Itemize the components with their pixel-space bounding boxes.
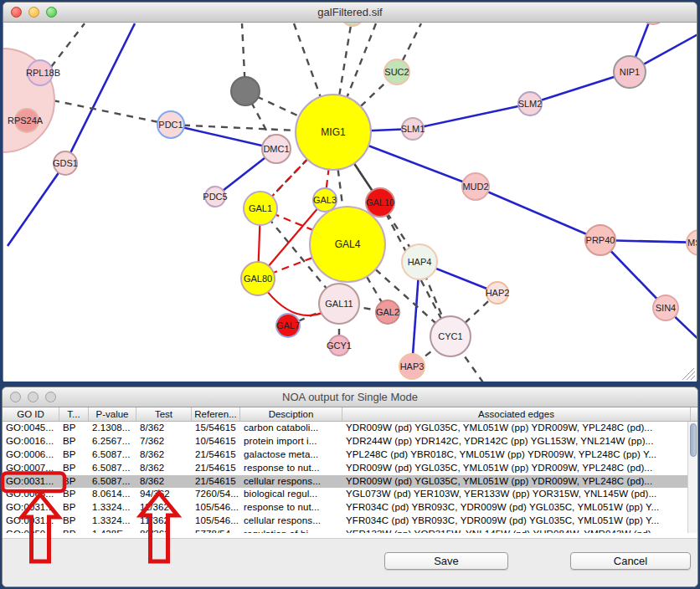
network-graph[interactable]: RPL18BRPS24AGDS1PDC1MIG1SUC2SLM1DMC1SLM2… [3, 23, 697, 382]
cell: 8/362 [136, 448, 192, 462]
node-label-nip1: NIP1 [620, 67, 640, 77]
column-header-p-value[interactable]: P-value [89, 407, 136, 421]
cell: 21/54615 [192, 462, 240, 475]
desktop: { "background_color": "#24406e", "networ… [0, 0, 700, 589]
column-header-test[interactable]: Test [136, 407, 192, 421]
cell: cellular respons... [240, 475, 342, 489]
edge[interactable] [413, 104, 530, 129]
table-row-6[interactable]: GO:0065...BP8.0614...94/3627260/54...bio… [3, 488, 697, 501]
node-label-slm2: SLM2 [518, 99, 543, 109]
node-label-gcy1: GCY1 [327, 341, 352, 351]
node-topgreen[interactable] [342, 23, 363, 26]
cell: GO:0016... [3, 435, 59, 448]
minimize-button[interactable] [28, 7, 39, 18]
node-label-gal11: GAL11 [325, 299, 353, 309]
cell: 8/362 [136, 462, 192, 475]
node-label-msi: MSI [687, 238, 697, 248]
cell: YDR009W (pd) YGL035C, YML051W (pp) YDR00… [342, 462, 691, 475]
column-header-t[interactable]: T... [59, 407, 89, 421]
cell: 21/54615 [192, 448, 240, 462]
cell: 105/546... [192, 515, 240, 528]
button-bar: Save Cancel [3, 538, 697, 586]
network-window-titlebar[interactable]: galFiltered.sif [3, 3, 697, 23]
network-window: galFiltered.sif RPL18BRPS24AGDS1PDC1MIG1… [3, 2, 697, 381]
cell: response to nut... [240, 462, 342, 475]
scrollbar-thumb[interactable] [690, 423, 697, 457]
node-label-dmc1: DMC1 [263, 144, 289, 154]
zoom-button[interactable] [45, 392, 56, 402]
cell: 10/54615 [192, 435, 240, 448]
network-canvas[interactable]: RPL18BRPS24AGDS1PDC1MIG1SUC2SLM1DMC1SLM2… [3, 23, 697, 382]
cell: BP [59, 488, 89, 501]
column-header-desciption[interactable]: Desciption [240, 407, 342, 421]
node-label-hap4: HAP4 [408, 257, 432, 267]
cell: 7/362 [136, 435, 192, 448]
noa-output-window: NOA output for Single Mode GO IDT...P-va… [2, 387, 698, 587]
node-label-mig1: MIG1 [321, 126, 346, 138]
minimize-button[interactable] [28, 392, 39, 402]
cell: GO:0065... [3, 488, 59, 501]
edge[interactable] [51, 23, 85, 67]
noa-window-titlebar[interactable]: NOA output for Single Mode [3, 387, 697, 407]
cell: YPL248C (pd) YBR018C, YML051W (pp) YDR00… [342, 448, 691, 462]
cell: 6.2567... [89, 435, 136, 448]
node-label-pdc1: PDC1 [158, 120, 183, 130]
save-button[interactable]: Save [384, 552, 508, 570]
edge[interactable] [53, 100, 171, 125]
cell: YDR244W (pp) YDR142C, YDR142C (pp) YGL15… [342, 435, 691, 448]
cell: 1.3324... [89, 515, 136, 528]
node-label-rps24a: RPS24A [8, 115, 44, 125]
table-row-2[interactable]: GO:0016...BP6.2567...7/36210/54615protei… [3, 435, 697, 448]
cell: YFR034C (pd) YBR093C, YDR009W (pd) YGL03… [342, 501, 691, 515]
cell: 105/546... [192, 501, 240, 515]
traffic-lights-inactive [10, 392, 56, 402]
column-header-referen[interactable]: Referen... [192, 407, 240, 421]
cell: 11/362 [136, 515, 192, 528]
cell: 6.5087... [89, 462, 136, 475]
edge[interactable] [476, 187, 600, 240]
cell: BP [59, 422, 89, 435]
cell: GO:0031... [3, 501, 59, 515]
cell: 8/362 [136, 475, 192, 489]
cell: 6.5087... [89, 475, 136, 489]
node-toppink[interactable] [641, 23, 666, 24]
cell: GO:0006... [3, 448, 59, 462]
node-label-gal10: GAL10 [366, 197, 394, 207]
node-label-pdc5: PDC5 [203, 192, 227, 202]
table-row-7[interactable]: GO:0031...BP1.3324...11/362105/546...res… [3, 501, 697, 515]
cancel-button[interactable]: Cancel [570, 552, 691, 570]
cell: biological regul... [240, 488, 342, 501]
cell: 11/362 [136, 501, 192, 515]
table-row-3[interactable]: GO:0006...BP6.5087...8/36221/54615galact… [3, 448, 697, 462]
cell: YFR034C (pd) YBR093C, YDR009W (pd) YGL03… [342, 515, 691, 528]
node-label-gal2: GAL2 [376, 307, 399, 317]
column-header-associated-edges[interactable]: Associated edges [342, 407, 691, 421]
table-header: GO IDT...P-valueTestReferen...Desciption… [3, 407, 697, 422]
node-graynode[interactable] [231, 77, 260, 105]
node-label-gal7: GAL7 [276, 320, 300, 330]
close-button[interactable] [11, 7, 22, 18]
table-row-1[interactable]: GO:0045...BP2.1308...8/36215/54615carbon… [3, 422, 697, 435]
cell: 8/362 [136, 422, 192, 435]
node-label-mud2: MUD2 [462, 182, 488, 192]
cell: GO:0031... [3, 475, 59, 489]
table-row-5[interactable]: GO:0031...BP6.5087...8/36221/54615cellul… [3, 475, 697, 489]
resize-grip-icon[interactable] [679, 367, 696, 381]
cell: GO:0031... [3, 515, 59, 528]
cell: 94/362 [136, 488, 192, 501]
cell: BP [59, 448, 89, 462]
traffic-lights [11, 7, 57, 18]
zoom-button[interactable] [46, 7, 57, 18]
cell: 2.1308... [89, 422, 136, 435]
node-label-gal3: GAL3 [313, 195, 337, 205]
table-row-8[interactable]: GO:0031...BP1.3324...11/362105/546...cel… [3, 515, 697, 528]
node-label-rpl18b: RPL18B [26, 68, 60, 78]
node-label-hap2: HAP2 [486, 288, 510, 298]
vertical-scrollbar[interactable] [687, 422, 697, 541]
cell: 21/54615 [192, 475, 240, 489]
close-button[interactable] [10, 392, 21, 402]
node-label-slm1: SLM1 [401, 124, 425, 134]
table-row-4[interactable]: GO:0007...BP6.5087...8/36221/54615respon… [3, 462, 697, 475]
node-label-gds1: GDS1 [53, 158, 78, 168]
column-header-go-id[interactable]: GO ID [3, 407, 59, 421]
